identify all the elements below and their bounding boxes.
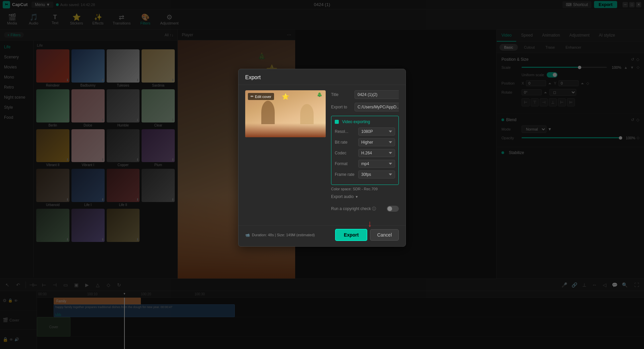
modal-preview-container: ⭐ 🎄 ✏ Edit cover (245, 90, 326, 137)
star-decoration: ⭐ (282, 93, 289, 100)
bitrate-row: Bit rate Higher Medium Lower (335, 138, 395, 146)
person1 (261, 101, 275, 124)
bitrate-label: Bit rate (335, 140, 358, 145)
framerate-label: Frame rate (335, 172, 358, 177)
video-exporting-section: Video exporting Resol... 1080P 720P 4K B… (331, 116, 399, 185)
duration-text: Duration: 48s | Size: 149M (estimated) (252, 233, 315, 237)
cancel-button[interactable]: Cancel (370, 229, 399, 241)
table-surface (245, 123, 326, 137)
duration-info: 📹 Duration: 48s | Size: 149M (estimated) (245, 233, 332, 237)
duration-icon: 📹 (245, 233, 250, 237)
export-audio-label[interactable]: Export audio (331, 194, 354, 199)
export-to-row: Export to 📁 (331, 102, 399, 112)
bitrate-select[interactable]: Higher Medium Lower (358, 138, 395, 146)
export-path-input[interactable] (355, 103, 399, 111)
format-select[interactable]: mp4 mov (358, 160, 395, 168)
ve-title: Video exporting (335, 119, 395, 124)
resolution-label: Resol... (335, 129, 358, 134)
export-to-label: Export to (331, 105, 355, 109)
export-modal-overlay[interactable]: Export ⭐ 🎄 (0, 0, 644, 349)
modal-preview: ⭐ 🎄 ✏ Edit cover (245, 90, 326, 137)
modal-header: Export (238, 69, 406, 85)
edit-cover-button[interactable]: ✏ Edit cover (248, 93, 274, 100)
framerate-select[interactable]: 30fps 24fps 60fps (358, 170, 395, 179)
copyright-toggle[interactable] (387, 206, 399, 212)
export-audio-expand-icon[interactable]: ▼ (355, 195, 358, 199)
modal-footer: 📹 Duration: 48s | Size: 149M (estimated)… (238, 225, 406, 246)
title-label: Title (331, 92, 355, 97)
title-input[interactable] (355, 90, 399, 99)
title-row: Title (331, 90, 399, 99)
framerate-row: Frame rate 30fps 24fps 60fps (335, 170, 395, 179)
modal-body: ⭐ 🎄 ✏ Edit cover (238, 85, 406, 225)
codec-row: Codec H.264 H.265 (335, 149, 395, 157)
modal-title: Export (245, 74, 261, 80)
resolution-select[interactable]: 1080P 720P 4K (358, 128, 395, 136)
format-row: Format mp4 mov (335, 160, 395, 168)
person2 (300, 104, 314, 124)
export-modal: Export ⭐ 🎄 (238, 69, 406, 247)
copyright-row: Run a copyright check ⓘ (331, 203, 399, 214)
copyright-toggle-knob (387, 206, 392, 211)
format-label: Format (335, 161, 358, 166)
color-space-info: Color space: SDR - Rec.709 (331, 187, 399, 191)
copyright-label: Run a copyright check ⓘ (331, 206, 376, 212)
export-audio-row: Export audio ▼ (331, 194, 399, 199)
export-button[interactable]: Export (335, 229, 367, 241)
pencil-icon: ✏ (251, 94, 254, 99)
tree-decoration: 🎄 (317, 92, 322, 97)
codec-select[interactable]: H.264 H.265 (358, 149, 395, 157)
export-arrow: ↓ (368, 218, 372, 229)
resolution-row: Resol... 1080P 720P 4K (335, 128, 395, 136)
modal-fields: Title Export to 📁 Video exporting Resol.… (331, 90, 399, 220)
codec-label: Codec (335, 151, 358, 155)
ve-checkbox[interactable] (335, 120, 339, 124)
